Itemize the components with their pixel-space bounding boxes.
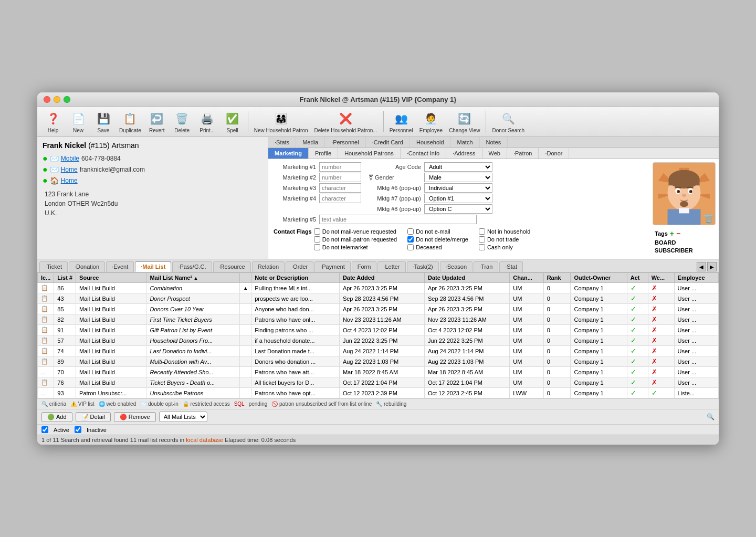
mkt-input-3[interactable] <box>319 183 361 193</box>
tab-address[interactable]: ·Address <box>446 148 482 159</box>
flag-cash-only-check[interactable] <box>479 244 485 250</box>
mkt6-select[interactable]: Individual <box>424 183 492 193</box>
table-row[interactable]: 📋 89 Mail List Build Multi-Donation with… <box>38 356 719 367</box>
sub-tab-payment[interactable]: ·Payment <box>314 261 350 272</box>
flag-no-telemarket-check[interactable] <box>314 244 320 250</box>
sub-tab-donation[interactable]: ·Donation <box>69 261 105 272</box>
tag-add-button[interactable]: + <box>670 229 674 238</box>
sub-tab-letter[interactable]: ·Letter <box>377 261 405 272</box>
sub-tab-passgc[interactable]: ·Pass/G.C. <box>172 261 212 272</box>
sub-tab-ticket[interactable]: ·Ticket <box>39 261 68 272</box>
sub-tab-relation[interactable]: Relation <box>252 261 285 272</box>
col-chan[interactable]: Chan... <box>510 273 543 283</box>
home-email-label[interactable]: Home <box>61 166 78 173</box>
toolbar-revert[interactable]: ↩️ Revert <box>145 109 169 134</box>
toolbar-delete-household[interactable]: ❌ Delete Household Patron... <box>312 109 380 134</box>
tab-donor[interactable]: ·Donor <box>539 148 569 159</box>
detail-button[interactable]: 📝 Detail <box>76 412 111 422</box>
remove-button[interactable]: 🔴 Remove <box>114 412 156 422</box>
maximize-button[interactable] <box>64 96 70 103</box>
filter-select[interactable]: All Mail Lists <box>159 412 207 422</box>
sub-tab-season[interactable]: ·Season <box>440 261 472 272</box>
col-name[interactable]: Mail List Name² <box>146 273 240 283</box>
tab-match[interactable]: Match <box>451 137 480 148</box>
flag-no-trade-check[interactable] <box>479 236 485 243</box>
minimize-button[interactable] <box>54 96 60 103</box>
col-date-added[interactable]: Date Added <box>339 273 424 283</box>
col-date-updated[interactable]: Date Updated <box>425 273 510 283</box>
sub-tab-next[interactable]: ▶ <box>707 262 717 271</box>
sub-tab-task[interactable]: ·Task(2) <box>407 261 439 272</box>
tab-patron[interactable]: ·Patron <box>507 148 539 159</box>
flag-no-delete-merge-check[interactable] <box>407 236 414 243</box>
toolbar-new-household[interactable]: 👨‍👩‍👧 New Household Patron <box>252 109 310 134</box>
table-row[interactable]: 📋 85 Mail List Build Donors Over 10 Year… <box>38 304 719 314</box>
sub-tab-event[interactable]: ·Event <box>106 261 134 272</box>
avatar-delete-icon[interactable]: 🗑️ <box>704 214 714 224</box>
table-row[interactable]: ... 70 Mail List Build Recently Attended… <box>38 367 719 377</box>
sub-tab-resource[interactable]: ·Resource <box>213 261 251 272</box>
flag-no-mail-venue-check[interactable] <box>314 228 320 235</box>
col-employee[interactable]: Employee <box>674 273 718 283</box>
inactive-checkbox[interactable] <box>75 426 81 433</box>
search-icon-right[interactable]: 🔍 <box>707 413 715 420</box>
toolbar-print[interactable]: 🖨️ Print... <box>196 109 219 134</box>
mkt8-select[interactable]: Option C <box>424 204 492 214</box>
mkt7-select[interactable]: Option #1 <box>424 194 492 203</box>
tab-web[interactable]: Web <box>482 148 507 159</box>
toolbar-spell[interactable]: ✅ Spell <box>221 109 244 134</box>
toolbar-save[interactable]: 💾 Save <box>92 109 115 134</box>
col-outlet[interactable]: Outlet-Owner <box>571 273 627 283</box>
flag-no-email-check[interactable] <box>407 228 414 235</box>
toolbar-employee[interactable]: 🧑‍💼 Employee <box>417 109 445 134</box>
toolbar-help[interactable]: ❓ Help <box>41 109 65 134</box>
add-button[interactable]: 🟢 Add <box>41 412 72 422</box>
flag-not-in-household-check[interactable] <box>479 228 485 235</box>
table-row[interactable]: 📋 86 Mail List Build Combination ▲ Pulli… <box>38 283 719 293</box>
age-code-select[interactable]: Adult <box>424 162 492 172</box>
close-button[interactable] <box>44 96 50 103</box>
mkt-input-2[interactable] <box>319 173 361 182</box>
sub-tab-tran[interactable]: ·Tran <box>474 261 498 272</box>
toolbar-personnel[interactable]: 👥 Personnel <box>387 109 415 134</box>
sub-tab-maillist[interactable]: ·Mail List <box>135 261 171 272</box>
table-row[interactable]: 📋 57 Mail List Build Household Donors Fr… <box>38 335 719 346</box>
toolbar-change-view[interactable]: 🔄 Change View <box>447 109 482 134</box>
tab-household-patrons[interactable]: Household Patrons <box>338 148 401 159</box>
tab-marketing[interactable]: Marketing <box>268 148 309 159</box>
mkt-input-4[interactable] <box>319 194 361 203</box>
flag-deceased-check[interactable] <box>407 244 414 250</box>
table-row[interactable]: 📋 82 Mail List Build First Time Ticket B… <box>38 314 719 325</box>
tab-contact-info[interactable]: ·Contact Info <box>401 148 446 159</box>
table-row[interactable]: 📋 74 Mail List Build Last Donation to In… <box>38 346 719 356</box>
sub-tab-form[interactable]: Form <box>352 261 377 272</box>
col-listnum[interactable]: List # <box>54 273 76 283</box>
tab-household[interactable]: Household <box>410 137 451 148</box>
toolbar-delete[interactable]: 🗑️ Delete <box>171 109 194 134</box>
mobile-label[interactable]: Mobile <box>61 155 79 162</box>
toolbar-duplicate[interactable]: 📋 Duplicate <box>117 109 143 134</box>
table-row[interactable]: 📋 76 Mail List Build Ticket Buyers - Dea… <box>38 377 719 388</box>
flag-no-mail-patron-check[interactable] <box>314 236 320 243</box>
col-act[interactable]: Act <box>627 273 648 283</box>
col-we[interactable]: We... <box>648 273 674 283</box>
toolbar-donor-search[interactable]: 🔍 Donor Search <box>490 109 527 134</box>
col-source[interactable]: Source <box>76 273 146 283</box>
col-rank[interactable]: Rank <box>543 273 571 283</box>
toolbar-new[interactable]: 📄 New <box>67 109 90 134</box>
col-note[interactable]: Note or Description <box>251 273 340 283</box>
table-row[interactable]: ... 93 Patron Unsubscr... Unsubscribe Pa… <box>38 388 719 398</box>
sub-tab-stat[interactable]: ·Stat <box>499 261 523 272</box>
table-row[interactable]: 📋 91 Mail List Build Gift Patron List by… <box>38 325 719 335</box>
mkt-input-1[interactable] <box>319 162 361 172</box>
tab-notes[interactable]: Notes <box>480 137 508 148</box>
tab-personnel[interactable]: ·Personnel <box>325 137 366 148</box>
tab-media[interactable]: Media <box>296 137 325 148</box>
tab-credit-card[interactable]: ·Credit Card <box>366 137 410 148</box>
tab-profile[interactable]: Profile <box>309 148 338 159</box>
active-checkbox[interactable] <box>41 426 48 433</box>
home-address-link[interactable]: Home <box>61 177 78 184</box>
gender-select[interactable]: Male <box>424 173 492 182</box>
sub-tab-prev[interactable]: ◀ <box>697 262 706 271</box>
tab-stats[interactable]: ·Stats <box>268 137 296 148</box>
